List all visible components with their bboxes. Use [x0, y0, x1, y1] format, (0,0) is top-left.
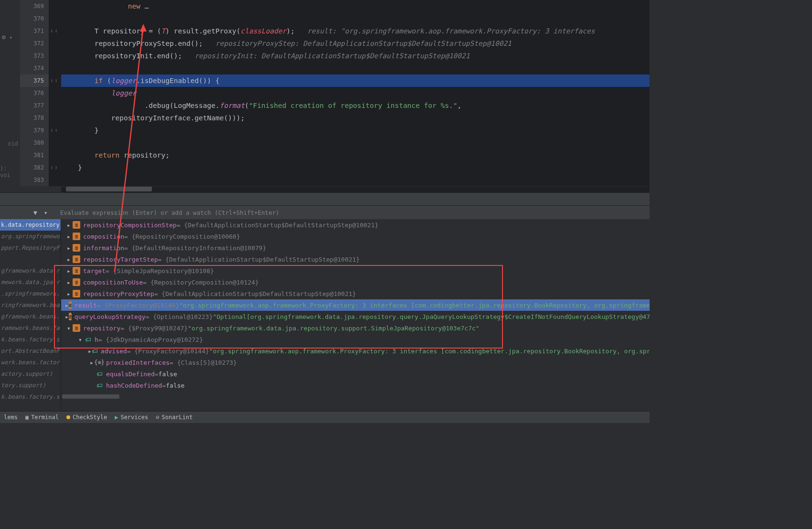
code-line[interactable] [61, 12, 650, 25]
expand-arrow-icon[interactable]: ▸ [65, 313, 69, 320]
code-line[interactable]: } [61, 124, 650, 137]
line-number[interactable]: 382 [20, 161, 49, 174]
line-number[interactable]: 380 [20, 137, 49, 149]
stack-frame[interactable]: k.beans.factory.s [0, 391, 61, 402]
line-number[interactable]: 378 [20, 112, 49, 124]
expand-arrow-icon[interactable]: ▸ [88, 348, 92, 355]
line-number[interactable]: 373 [20, 50, 49, 62]
variables-tree[interactable]: ▸≡repositoryCompositionStep = {DefaultAp… [61, 219, 650, 410]
field-tag-icon: 🏷 [96, 370, 103, 378]
line-number[interactable]: 372 [20, 37, 49, 50]
variable-type: = {DefaultApplicationStartup$DefaultStar… [177, 222, 379, 229]
code-editor[interactable]: new … T repository = (T) result.getProxy… [61, 0, 650, 186]
variable-type: = {DefaultApplicationStartup$DefaultStar… [158, 256, 360, 263]
frames-list[interactable]: k.data.repositoryorg.springframewopport.… [0, 219, 61, 410]
code-line[interactable]: return repository; [61, 149, 650, 161]
variable-row[interactable]: ▸≡queryLookupStrategy = {Optional@10223}… [61, 311, 650, 322]
line-number[interactable]: 370 [20, 12, 49, 25]
sonarlint-tool[interactable]: ⊖SonarLint [156, 414, 192, 421]
variable-row[interactable]: ▾≡repository = {$Proxy99@10247} "org.spr… [61, 322, 650, 334]
stack-frame[interactable]: actory.support) [0, 368, 61, 380]
line-number[interactable]: 375 [20, 74, 49, 87]
object-icon: ≡ [69, 313, 72, 320]
variable-row[interactable]: ▸≡target = {SimpleJpaRepository@10108} [61, 265, 650, 276]
line-number[interactable]: 377 [20, 99, 49, 112]
variable-type: = {ProxyFactory@10144} [127, 348, 209, 355]
expand-arrow-icon[interactable]: ▸ [65, 267, 73, 275]
filter-icon[interactable]: ▼ [33, 209, 37, 216]
line-number-gutter[interactable]: 3693703713723733743753763773783793803813… [20, 0, 49, 186]
evaluate-expression-input[interactable]: Evaluate expression (Enter) or add a wat… [54, 209, 650, 216]
variable-row[interactable]: ▸≡compositionToUse = {RepositoryComposit… [61, 276, 650, 288]
variable-name: h [95, 336, 98, 343]
variable-row[interactable]: 🏷hashCodeDefined = false [61, 380, 650, 391]
expand-arrow-icon[interactable]: ▸ [65, 302, 69, 309]
code-line[interactable] [61, 174, 650, 186]
line-number[interactable]: 383 [20, 174, 49, 186]
variable-row[interactable]: ▸🏷advised = {ProxyFactory@10144} "org.sp… [61, 345, 650, 357]
services-tool[interactable]: ▶Services [115, 414, 148, 421]
checkstyle-tool[interactable]: CheckStyle [66, 414, 107, 421]
expand-arrow-icon[interactable]: ▸ [65, 244, 73, 252]
code-line[interactable]: repositoryInit.end(); repositoryInit: De… [61, 50, 650, 62]
variable-row[interactable]: 🏷equalsDefined = false [61, 368, 650, 380]
expand-arrow-icon[interactable]: ▾ [76, 336, 84, 343]
code-line[interactable]: repositoryInterface.getName())); [61, 112, 650, 124]
line-number[interactable]: 381 [20, 149, 49, 161]
expand-arrow-icon[interactable]: ▸ [65, 256, 73, 263]
code-line[interactable]: repositoryProxyStep.end(); repositoryPro… [61, 37, 650, 50]
stack-frame[interactable]: ringframework.bea [0, 299, 61, 311]
stack-frame[interactable]: tory.support) [0, 380, 61, 391]
variables-horizontal-scrollbar[interactable] [61, 394, 497, 399]
variable-row[interactable]: ▸≡repositoryTargetStep = {DefaultApplica… [61, 254, 650, 265]
caret-down-icon[interactable]: ▾ [44, 209, 48, 216]
variable-row[interactable]: ▾🏷h = {JdkDynamicAopProxy@10272} [61, 334, 650, 345]
fold-strip[interactable] [49, 0, 61, 186]
editor-horizontal-scrollbar[interactable] [61, 187, 650, 192]
stack-frame[interactable]: .springframework. [0, 288, 61, 299]
gear-icon[interactable]: ⚙ ▾ [2, 33, 12, 41]
code-line[interactable]: logger [61, 87, 650, 99]
variable-row[interactable]: ▸≡information = {DefaultRepositoryInform… [61, 242, 650, 254]
line-number[interactable]: 374 [20, 62, 49, 74]
panel-divider[interactable] [0, 192, 650, 206]
stack-frame[interactable]: gframework.data.r [0, 265, 61, 276]
stack-frame[interactable]: work.beans.factor [0, 357, 61, 368]
variable-row[interactable]: ▸≡result = {ProxyFactory@10144} "org.spr… [61, 299, 650, 311]
object-icon: ≡ [73, 290, 80, 297]
code-line[interactable] [61, 137, 650, 149]
object-icon: ≡ [73, 278, 80, 286]
stack-frame[interactable]: k.beans.factory.s [0, 334, 61, 345]
code-line[interactable]: if (logger.isDebugEnabled()) { [61, 74, 650, 87]
stack-frame[interactable]: mework.data.jpa.r [0, 276, 61, 288]
code-line[interactable] [61, 62, 650, 74]
line-number[interactable]: 369 [20, 0, 49, 12]
stack-frame[interactable]: ramework.beans.fa [0, 322, 61, 334]
variable-row[interactable]: ▸≡repositoryProxyStep = {DefaultApplicat… [61, 288, 650, 299]
variable-type: = {JdkDynamicAopProxy@10272} [98, 336, 203, 343]
code-line[interactable]: new … [61, 0, 650, 12]
code-line[interactable]: } [61, 161, 650, 174]
stack-frame[interactable]: k.data.repository [0, 219, 61, 231]
stack-frame[interactable]: ort.AbstractBeanF [0, 345, 61, 357]
variable-name: repositoryTargetStep [83, 256, 158, 263]
line-number[interactable]: 371 [20, 25, 49, 37]
stack-frame[interactable]: org.springframewo [0, 231, 61, 242]
variable-row[interactable]: ▸≡repositoryCompositionStep = {DefaultAp… [61, 219, 650, 231]
line-number[interactable]: 379 [20, 124, 49, 137]
variable-row[interactable]: ▸≡composition = {RepositoryComposition@1… [61, 231, 650, 242]
expand-arrow-icon[interactable]: ▸ [65, 233, 73, 240]
line-number[interactable]: 376 [20, 87, 49, 99]
expand-arrow-icon[interactable]: ▸ [65, 222, 73, 229]
stack-frame[interactable] [0, 254, 61, 265]
stack-frame[interactable]: gframework.beans. [0, 311, 61, 322]
problems-tool[interactable]: lems [4, 414, 18, 421]
terminal-tool[interactable]: ▣Terminal [25, 414, 59, 421]
expand-arrow-icon[interactable]: ▸ [65, 290, 73, 297]
code-line[interactable]: T repository = (T) result.getProxy(class… [61, 25, 650, 37]
expand-arrow-icon[interactable]: ▾ [65, 325, 73, 332]
code-line[interactable]: .debug(LogMessage.format("Finished creat… [61, 99, 650, 112]
variable-row[interactable]: ▸{≡}proxiedInterfaces = {Class[5]@10273} [61, 357, 650, 368]
expand-arrow-icon[interactable]: ▸ [65, 279, 73, 286]
stack-frame[interactable]: pport.RepositoryF [0, 242, 61, 254]
